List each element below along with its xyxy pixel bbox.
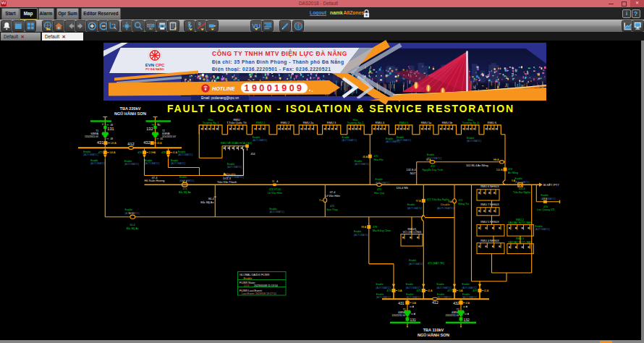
svg-text:Enable: Enable xyxy=(269,208,276,211)
svg-text:RMU/1: RMU/1 xyxy=(408,228,417,231)
svg-text:471: 471 xyxy=(459,199,463,202)
svg-text:Trường Sa 4: Trường Sa 4 xyxy=(462,121,479,124)
svg-text:132: 132 xyxy=(463,318,470,322)
svg-text:115/23/11 kV: 115/23/11 kV xyxy=(85,135,99,138)
svg-text:[AUTOMATIC]: [AUTOMATIC] xyxy=(124,163,139,166)
svg-text:A: A xyxy=(276,180,278,183)
svg-text:432: 432 xyxy=(453,301,459,305)
svg-text:RMU 5a: RMU 5a xyxy=(421,121,432,124)
svg-text:Enable: Enable xyxy=(462,293,470,296)
svg-text:Trần Đại Nghĩa: Trần Đại Nghĩa xyxy=(513,191,530,194)
svg-text:IDLE: IDLE xyxy=(244,284,250,287)
svg-text:Enable: Enable xyxy=(178,151,185,153)
svg-text:[AUTOMATIC]: [AUTOMATIC] xyxy=(342,139,357,142)
svg-text:115/22/11 kV: 115/22/11 kV xyxy=(392,314,407,317)
svg-text:FAULT LOCATION - ISOLATION & S: FAULT LOCATION - ISOLATION & SERVICE RES… xyxy=(167,103,514,114)
svg-text:RMU 5 NHS0X: RMU 5 NHS0X xyxy=(480,221,499,224)
svg-text:[AUTOMATIC]: [AUTOMATIC] xyxy=(437,296,452,299)
svg-text:431: 431 xyxy=(97,140,103,145)
svg-text:471: 471 xyxy=(377,188,381,191)
svg-text:432: 432 xyxy=(143,140,150,145)
svg-text:102.86-4 An Nồng: 102.86-4 An Nồng xyxy=(466,164,488,167)
svg-text:[AUTOMATIC]: [AUTOMATIC] xyxy=(407,207,422,210)
svg-text:DCL 4: DCL 4 xyxy=(223,177,231,180)
svg-text:140 A: 140 A xyxy=(109,151,116,154)
svg-text:Hòa Hải: Hòa Hải xyxy=(374,158,384,161)
svg-text:GLOBAL DA/DG FLISR:: GLOBAL DA/DG FLISR: xyxy=(240,273,270,276)
svg-text:10A: 10A xyxy=(459,289,464,292)
svg-text:84-4: 84-4 xyxy=(208,198,214,200)
svg-text:Enable: Enable xyxy=(467,137,474,140)
svg-text:477: 477 xyxy=(447,289,452,292)
svg-text:Enable: Enable xyxy=(179,176,187,179)
svg-text:05: 05 xyxy=(161,137,164,140)
svg-text:Enable: Enable xyxy=(376,178,383,181)
svg-text:Enable: Enable xyxy=(409,259,416,262)
svg-text:454: 454 xyxy=(251,153,255,156)
svg-text:RMU 2: RMU 2 xyxy=(516,219,524,221)
svg-text:Last Event: 2023/5/6 19:27:5: Last Event: 2023/5/6 19:27:51 xyxy=(242,292,276,295)
svg-text:412: 412 xyxy=(127,142,134,146)
svg-text:Lê Văn Hiến: Lê Văn Hiến xyxy=(268,192,282,195)
svg-text:[AUTOMATIC]: [AUTOMATIC] xyxy=(171,162,185,165)
svg-text:Enable: Enable xyxy=(462,283,470,286)
svg-text:48: 48 xyxy=(110,137,113,140)
svg-text:412: 412 xyxy=(432,300,438,305)
svg-text:472: 472 xyxy=(431,165,435,168)
svg-text:Nguyễn Duy Trinh: Nguyễn Duy Trinh xyxy=(423,168,444,172)
svg-text:[AUTOMATIC]: [AUTOMATIC] xyxy=(253,139,267,142)
svg-text:474: 474 xyxy=(508,168,512,171)
svg-text:Enable: Enable xyxy=(376,293,384,296)
svg-text:Bắc Mỹ An: Bắc Mỹ An xyxy=(126,226,138,230)
svg-text:RMU 2a: RMU 2a xyxy=(303,121,314,124)
svg-text:131: 131 xyxy=(107,127,114,131)
svg-text:An Nồng: An Nồng xyxy=(508,172,518,174)
svg-text:Đông Trà: Đông Trà xyxy=(459,203,470,206)
svg-text:Enable: Enable xyxy=(355,160,362,163)
svg-text:Enable: Enable xyxy=(397,136,404,139)
svg-text:07-4: 07-4 xyxy=(152,177,158,179)
svg-text:[AUTOMATIC]: [AUTOMATIC] xyxy=(90,162,105,165)
svg-text:[AUTOMATIC]: [AUTOMATIC] xyxy=(541,198,556,200)
svg-text:Điện thoại: 0236.2220501 - Fax: Điện thoại: 0236.2220501 - Fax: 0236.222… xyxy=(212,67,331,72)
svg-text:131: 131 xyxy=(410,318,416,322)
svg-text:Enable: Enable xyxy=(406,293,413,296)
svg-text:478: 478 xyxy=(373,226,377,229)
svg-text:Email: pcdanang@cpc.vn: Email: pcdanang@cpc.vn xyxy=(201,96,240,100)
svg-text:RMU 6: RMU 6 xyxy=(488,121,497,124)
svg-text:[AUTOMATIC]: [AUTOMATIC] xyxy=(427,157,441,160)
svg-text:RMU 7 NHS0X: RMU 7 NHS0X xyxy=(480,203,499,206)
svg-text:Bắc Mỹ An: Bắc Mỹ An xyxy=(179,190,191,194)
svg-text:Enable: Enable xyxy=(386,137,393,140)
svg-text:Disable: Disable xyxy=(441,203,450,206)
svg-text:PC ĐÀ NẴNG: PC ĐÀ NẴNG xyxy=(145,67,164,71)
svg-text:Enable: Enable xyxy=(541,194,548,197)
svg-text:[AUTOMATIC]: [AUTOMATIC] xyxy=(386,140,400,143)
svg-text:Hồ Xuân Hương: Hồ Xuân Hương xyxy=(145,179,165,182)
svg-text:NGŪ HÀNH SƠN: NGŪ HÀNH SƠN xyxy=(418,333,449,337)
svg-text:RMU 5: RMU 5 xyxy=(399,121,409,124)
svg-text:46 A: 46 A xyxy=(157,142,162,145)
svg-text:[AUTOMATIC]: [AUTOMATIC] xyxy=(269,211,284,213)
svg-text:46 A: 46 A xyxy=(363,156,368,158)
svg-text:SÂN BAY NƯỚC MẰN: SÂN BAY NƯỚC MẰN xyxy=(508,221,532,224)
svg-text:Lê Văn Hiến: Lê Văn Hiến xyxy=(325,195,340,198)
svg-text:Lưu Quang VŪ: Lưu Quang VŪ xyxy=(537,208,555,211)
svg-text:9 a: 9 a xyxy=(319,199,323,202)
svg-text:41 A: 41 A xyxy=(484,289,489,292)
svg-text:CPC: CPC xyxy=(156,63,165,67)
svg-text:Trường Sa 1: Trường Sa 1 xyxy=(203,121,219,124)
svg-text:Bắc Mỹ An: Bắc Mỹ An xyxy=(200,200,213,204)
svg-text:Enable: Enable xyxy=(427,153,434,156)
svg-text:Enable: Enable xyxy=(145,159,152,162)
svg-text:[AUTOMATIC]: [AUTOMATIC] xyxy=(376,182,390,185)
svg-text:Trần Văn Thành: Trần Văn Thành xyxy=(217,181,237,184)
svg-text:Địa chỉ: 35 Phan Đình Phùng -: Địa chỉ: 35 Phan Đình Phùng - Thành phố … xyxy=(212,59,344,65)
svg-text:104-4: 104-4 xyxy=(518,187,525,190)
svg-text:[AUTOMATIC]: [AUTOMATIC] xyxy=(462,287,477,289)
svg-text:132.8-4: 132.8-4 xyxy=(407,169,416,172)
svg-text:Sơn Thủy: Sơn Thủy xyxy=(326,208,338,211)
svg-text:Mai Đăng Chơn: Mai Đăng Chơn xyxy=(373,229,391,232)
svg-text:Enable: Enable xyxy=(407,203,415,206)
svg-text:[AUTOMATIC]: [AUTOMATIC] xyxy=(406,296,420,299)
